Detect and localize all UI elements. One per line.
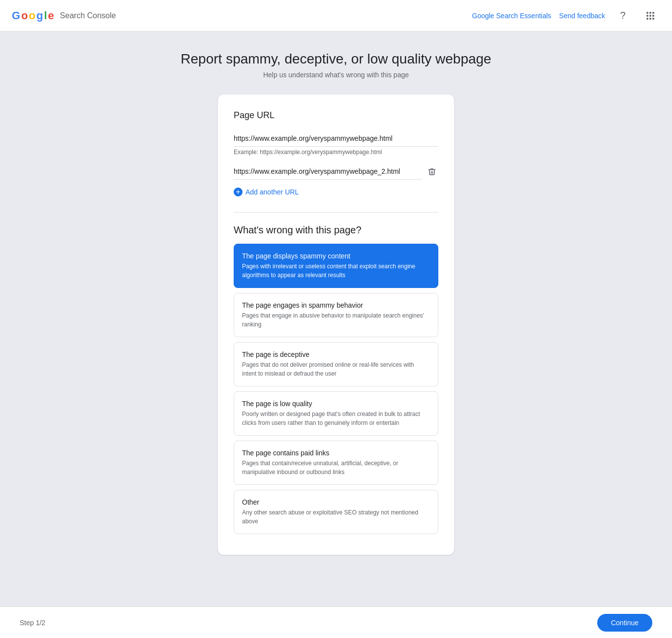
logo-letter-g: G xyxy=(12,9,20,22)
option-desc-1: Pages that engage in abusive behavior to… xyxy=(242,311,430,329)
wrong-section-title: What's wrong with this page? xyxy=(234,224,438,236)
google-search-essentials-link[interactable]: Google Search Essentials xyxy=(472,12,551,20)
option-title-0: The page displays spammy content xyxy=(242,252,430,260)
option-card-4[interactable]: The page contains paid linksPages that c… xyxy=(234,441,438,485)
step-label: Step 1/2 xyxy=(20,619,45,627)
option-desc-5: Any other search abuse or exploitative S… xyxy=(242,508,430,526)
add-url-icon: + xyxy=(234,188,243,196)
continue-button[interactable]: Continue xyxy=(597,614,652,632)
header: G o o g l e Search Console Google Search… xyxy=(0,0,672,32)
help-button[interactable]: ? xyxy=(613,6,633,26)
url-row-2 xyxy=(234,163,438,180)
delete-url-button[interactable] xyxy=(426,165,438,178)
logo-letter-g2: g xyxy=(36,9,43,22)
option-desc-4: Pages that contain/receive unnatural, ar… xyxy=(242,459,430,477)
logo-letter-o2: o xyxy=(29,9,35,22)
option-title-2: The page is deceptive xyxy=(242,351,430,358)
option-title-4: The page contains paid links xyxy=(242,449,430,457)
option-title-3: The page is low quality xyxy=(242,400,430,408)
page-title: Report spammy, deceptive, or low quality… xyxy=(10,51,662,67)
add-url-label: Add another URL xyxy=(245,188,299,196)
option-card-5[interactable]: OtherAny other search abuse or exploitat… xyxy=(234,490,438,534)
url-section: Page URL Example: https://example.org/ve… xyxy=(234,110,438,200)
section-divider xyxy=(234,212,438,213)
option-desc-0: Pages with irrelevant or useless content… xyxy=(242,262,430,280)
send-feedback-link[interactable]: Send feedback xyxy=(559,12,605,20)
url-input-2[interactable] xyxy=(234,163,422,180)
option-card-0[interactable]: The page displays spammy contentPages wi… xyxy=(234,244,438,288)
page-subtitle: Help us understand what's wrong with thi… xyxy=(10,71,662,79)
option-title-1: The page engages in spammy behavior xyxy=(242,301,430,309)
waffle-icon xyxy=(646,12,654,20)
url-section-title: Page URL xyxy=(234,110,438,121)
apps-button[interactable] xyxy=(641,6,660,26)
url-hint: Example: https://example.org/veryspammyw… xyxy=(234,149,438,156)
google-logo: G o o g l e xyxy=(12,9,54,22)
wrong-section: What's wrong with this page? The page di… xyxy=(234,224,438,534)
url-inputs: Example: https://example.org/veryspammyw… xyxy=(234,130,438,180)
logo-letter-l: l xyxy=(44,9,47,22)
url-field-1-wrapper xyxy=(234,130,438,147)
logo-letter-o1: o xyxy=(21,9,28,22)
url-input-1[interactable] xyxy=(234,130,438,147)
main-content: Report spammy, deceptive, or low quality… xyxy=(0,32,672,604)
option-card-2[interactable]: The page is deceptivePages that do not d… xyxy=(234,342,438,386)
help-icon: ? xyxy=(620,10,625,21)
add-url-button[interactable]: + Add another URL xyxy=(234,184,299,200)
footer: Step 1/2 Continue xyxy=(0,606,672,638)
product-name: Search Console xyxy=(60,11,116,20)
main-card: Page URL Example: https://example.org/ve… xyxy=(218,95,454,555)
option-desc-2: Pages that do not deliver promised onlin… xyxy=(242,360,430,378)
logo-letter-e: e xyxy=(48,9,54,22)
header-left: G o o g l e Search Console xyxy=(12,9,116,22)
header-right: Google Search Essentials Send feedback ? xyxy=(472,6,661,26)
options-list: The page displays spammy contentPages wi… xyxy=(234,244,438,534)
option-desc-3: Poorly written or designed page that's o… xyxy=(242,410,430,427)
trash-icon xyxy=(428,167,436,176)
option-card-3[interactable]: The page is low qualityPoorly written or… xyxy=(234,391,438,436)
option-title-5: Other xyxy=(242,498,430,506)
option-card-1[interactable]: The page engages in spammy behaviorPages… xyxy=(234,293,438,337)
